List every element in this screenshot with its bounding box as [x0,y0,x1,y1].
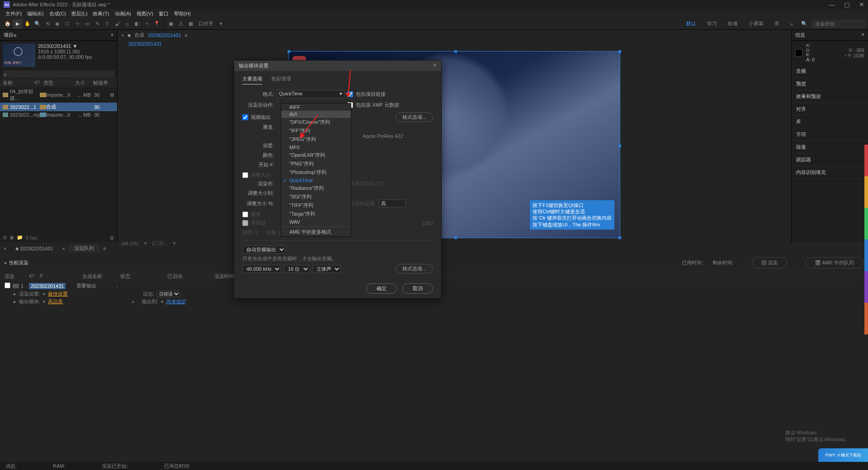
new-folder-icon[interactable]: 📁 [17,235,23,240]
add-output-icon[interactable]: + [132,299,134,305]
tab-close-icon[interactable]: × [62,246,65,251]
format-option[interactable]: "TIFF"序列 [281,201,351,210]
format-option[interactable]: WAV [281,218,351,226]
project-item[interactable]: 2023022...mp4 Importe...X ... MB 30 [0,111,117,118]
channels-select[interactable]: 立体声 [312,265,341,273]
interpret-icon[interactable]: ⊞ [3,235,7,240]
audio-format-options-button[interactable]: 格式选项... [396,264,433,273]
workspace-more-icon[interactable]: » [786,20,797,28]
ame-queue-button[interactable]: 🎬 AME 中的队列 [805,257,863,268]
output-to-link[interactable]: 尚未指定 [166,298,186,305]
include-link-checkbox[interactable] [347,91,353,97]
cancel-button[interactable]: 取消 [402,283,433,294]
format-option[interactable]: "PNG"序列 [281,160,351,168]
roto-tool-icon[interactable]: ✧ [142,19,152,29]
panel-align[interactable]: 对齐 [792,103,868,116]
project-search-input[interactable] [3,70,114,78]
brush-tool-icon[interactable]: 🖌 [112,19,122,29]
orbit-tool-icon[interactable]: ⟲ [42,19,52,29]
mode-icon-3[interactable]: ▦ [186,19,196,29]
shape-tool-icon[interactable]: ▭ [82,19,92,29]
mode-icon-2[interactable]: 人 [176,19,186,29]
panel-close-icon[interactable]: × [4,246,6,251]
text-tool-icon[interactable]: T [102,19,112,29]
project-item[interactable]: 2023022...1 合成 30 [0,103,117,111]
mode-icon-1[interactable]: ▣ [166,19,176,29]
format-option[interactable]: "Targa"序列 [281,210,351,218]
render-button[interactable]: ▦ 渲染 [752,257,787,268]
pen-tool-icon[interactable]: ✎ [92,19,102,29]
panel-paragraph[interactable]: 段落 [792,141,868,154]
sample-rate-select[interactable]: 48.000 kHz [242,265,281,273]
format-option[interactable]: AIFF [281,103,351,111]
puppet-tool-icon[interactable]: 📍 [152,19,162,29]
menu-file[interactable]: 文件(F) [3,10,24,17]
help-search-input[interactable] [811,20,865,28]
camera-tool-icon[interactable]: ⬡ [62,19,72,29]
workspace-standard[interactable]: 标准 [723,19,742,28]
render-queue-tab[interactable]: 渲染队列 [69,244,99,253]
panel-content-aware[interactable]: 内容识别填充 [792,166,868,179]
audio-output-select[interactable]: 自动音频输出 [242,245,286,254]
project-panel-tab[interactable]: 项目 ≡× [0,30,117,41]
hand-tool-icon[interactable]: ✋ [23,19,33,29]
zoom-tool-icon[interactable]: 🔍 [33,19,42,29]
panel-character[interactable]: 字符 [792,128,868,141]
timeline-tab[interactable]: ■ 202302201431 [10,245,58,252]
snap-option-icon[interactable]: ▾ [216,19,226,29]
format-option[interactable]: QuickTime [281,177,351,184]
tab-main-options[interactable]: 主要选项 [242,75,262,85]
menu-composition[interactable]: 合成(C) [47,10,69,17]
workspace-library[interactable]: 库 [770,19,784,28]
project-item[interactable]: 04_如何创建... Importe...X ... MB 30 ⚙ [0,87,117,103]
log-select[interactable]: 仅错误 [157,291,180,297]
format-options-button[interactable]: 格式选项... [396,113,433,122]
selection-tool-icon[interactable]: ▶ [13,19,23,29]
format-option[interactable]: "Radiance"序列 [281,184,351,193]
close-icon[interactable]: ✕ [859,1,864,8]
rotation-tool-icon[interactable]: ◉ [52,19,62,29]
anchor-tool-icon[interactable]: ⊹ [72,19,82,29]
format-option[interactable]: "DPX/Cineon"序列 [281,118,351,127]
workspace-small[interactable]: 小屏幕 [744,19,768,28]
menu-window[interactable]: 窗口 [156,10,171,17]
panel-audio[interactable]: 音频 [792,65,868,78]
comp-panel-close-icon[interactable]: × [121,33,124,38]
dialog-close-icon[interactable]: ✕ [433,62,437,69]
format-option[interactable]: "IFF"序列 [281,127,351,135]
panel-libraries[interactable]: 库 [792,116,868,128]
tab-color-management[interactable]: 色彩管理 [271,75,291,85]
maximize-icon[interactable]: ▢ [844,1,850,8]
home-icon[interactable]: 🏠 [3,19,13,29]
menu-animation[interactable]: 动画(A) [112,10,134,17]
workspace-learn[interactable]: 学习 [703,19,722,28]
panel-preview[interactable]: 预览 [792,78,868,90]
menu-view[interactable]: 视图(V) [134,10,156,17]
resize-quality-select[interactable]: 高 [379,199,406,207]
format-option[interactable]: "OpenEXR"序列 [281,151,351,160]
bits-toggle[interactable]: 8 bpc [26,235,38,240]
eraser-tool-icon[interactable]: ◧ [132,19,142,29]
trash-icon[interactable]: 🗑 [109,235,114,240]
format-option-more[interactable]: AME 中的更多格式 [281,228,351,236]
menu-edit[interactable]: 编辑(E) [24,10,47,17]
format-select[interactable]: QuickTime ▾ [277,90,344,98]
crop-checkbox[interactable] [242,212,248,217]
menu-effect[interactable]: 效果(T) [90,10,112,17]
render-item-checkbox[interactable] [5,282,10,288]
format-option[interactable]: AVI [281,111,351,118]
format-option[interactable]: "JPEG"序列 [281,135,351,144]
video-output-checkbox[interactable] [242,114,248,120]
bit-depth-select[interactable]: 16 位 [284,265,310,273]
format-option[interactable]: "Photoshop"序列 [281,168,351,177]
panel-tracker[interactable]: 跟踪器 [792,154,868,166]
resize-checkbox[interactable] [242,172,248,178]
panel-effects[interactable]: 效果和预设 [792,90,868,103]
format-option[interactable]: "SGI"序列 [281,193,351,201]
clone-tool-icon[interactable]: ⎌ [122,19,132,29]
snap-toggle[interactable]: 口对齐 [196,20,216,27]
menu-help[interactable]: 帮助(H) [171,10,193,17]
render-settings-link[interactable]: 最佳设置 [48,291,68,297]
search-icon[interactable]: 🔍 [799,19,809,29]
format-option[interactable]: MP3 [281,144,351,151]
